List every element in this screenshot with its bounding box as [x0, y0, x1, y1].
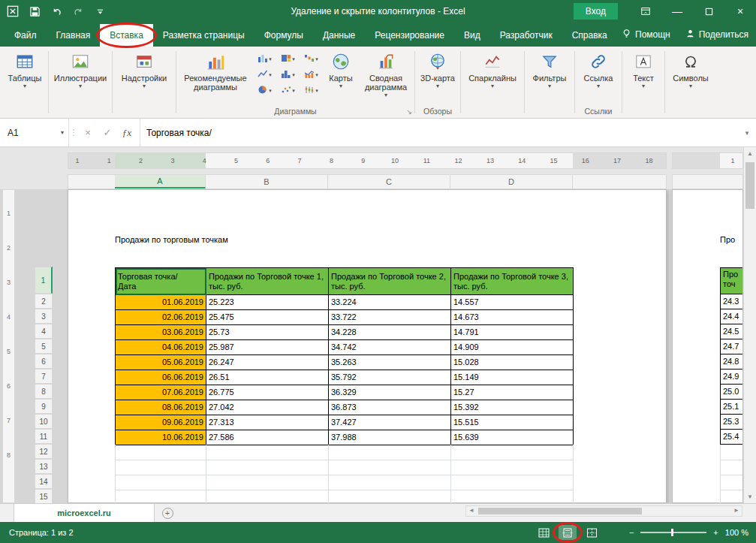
sheet-tab-microexcel[interactable]: microexcel.ru	[14, 504, 155, 522]
page2-value-cell[interactable]: 24.9	[720, 370, 742, 385]
value-cell[interactable]: 25.475	[206, 310, 329, 325]
tab-review[interactable]: Рецензирование	[365, 24, 454, 47]
addins-button[interactable]: Надстройки▾	[114, 47, 174, 106]
date-cell[interactable]: 06.06.2019	[116, 370, 206, 385]
scroll-left-icon[interactable]: ◄	[468, 507, 474, 514]
column-header-C[interactable]: C	[328, 175, 450, 189]
map-3d-button[interactable]: 3D-карта▾	[417, 47, 459, 106]
row-header-15[interactable]: 15	[35, 489, 53, 503]
pivot-chart-button[interactable]: Сводная диаграмма▾	[359, 47, 413, 106]
page2-value-cell[interactable]: 24.4	[720, 309, 742, 324]
row-header-3[interactable]: 3	[35, 309, 53, 324]
name-box[interactable]: A1 ▾	[0, 119, 69, 146]
value-cell[interactable]: 14.791	[451, 325, 574, 340]
stock-chart-button[interactable]: ▾	[300, 83, 323, 98]
cell-A1-selected[interactable]: Торговая точка/ Дата	[116, 268, 206, 295]
date-cell[interactable]: 10.06.2019	[116, 430, 206, 445]
value-cell[interactable]: 35.792	[329, 370, 451, 385]
tab-home[interactable]: Главная	[47, 24, 101, 47]
value-cell[interactable]: 37.988	[329, 430, 451, 445]
date-cell[interactable]: 05.06.2019	[116, 355, 206, 370]
tell-me-box[interactable]: Помощн	[622, 29, 670, 41]
page2-value-cell[interactable]: 24.5	[720, 324, 742, 339]
line-chart-button[interactable]: ▾	[253, 67, 276, 83]
page-break-view-button[interactable]	[583, 525, 601, 540]
date-cell[interactable]: 08.06.2019	[116, 400, 206, 415]
page-layout-view-button[interactable]	[559, 525, 577, 540]
value-cell[interactable]: 14.909	[451, 340, 574, 355]
date-cell[interactable]: 02.06.2019	[116, 310, 206, 325]
row-header-8[interactable]: 8	[35, 384, 53, 399]
scroll-up-icon[interactable]: ▲	[744, 150, 756, 157]
value-cell[interactable]: 26.51	[206, 370, 329, 385]
text-button[interactable]: Текст▾	[624, 47, 663, 106]
column-chart-button[interactable]: ▾	[253, 51, 276, 67]
value-cell[interactable]: 25.73	[206, 325, 329, 340]
value-cell[interactable]: 33.722	[329, 310, 451, 325]
header-cell-B1[interactable]: Продажи по Торговой точке 1, тыс. руб.	[206, 268, 329, 295]
share-button[interactable]: Поделиться	[685, 29, 748, 41]
tab-developer[interactable]: Разработчик	[490, 24, 562, 47]
waterfall-chart-button[interactable]: ▾	[300, 51, 323, 67]
page-header-text[interactable]: Продажи по торговым точкам	[115, 235, 228, 244]
value-cell[interactable]: 27.042	[206, 400, 329, 415]
scroll-right-icon[interactable]: ►	[733, 507, 739, 514]
row-header-4[interactable]: 4	[35, 324, 53, 339]
page2-value-cell[interactable]: 25.0	[720, 385, 742, 400]
value-cell[interactable]: 25.223	[206, 295, 329, 310]
histogram-chart-button[interactable]: ▾	[276, 67, 300, 83]
page2-value-cell[interactable]: 24.7	[720, 339, 742, 354]
value-cell[interactable]: 27.586	[206, 430, 329, 445]
add-sheet-button[interactable]: +	[155, 504, 180, 522]
tab-view[interactable]: Вид	[454, 24, 490, 47]
maps-button[interactable]: Карты▾	[323, 47, 359, 106]
value-cell[interactable]: 15.515	[451, 415, 574, 430]
page2-header-cell[interactable]: Про точ	[720, 267, 742, 294]
minimize-icon[interactable]: —	[661, 0, 693, 23]
value-cell[interactable]: 15.028	[451, 355, 574, 370]
symbols-button[interactable]: Символы▾	[667, 47, 715, 106]
value-cell[interactable]: 27.313	[206, 415, 329, 430]
vertical-scroll-thumb[interactable]	[745, 162, 754, 209]
recommended-charts-button[interactable]: Рекомендуемые диаграммы	[178, 47, 253, 106]
value-cell[interactable]: 26.775	[206, 385, 329, 400]
ribbon-display-options-icon[interactable]	[630, 0, 661, 23]
value-cell[interactable]: 14.557	[451, 295, 574, 310]
row-header-9[interactable]: 9	[35, 399, 53, 414]
sparklines-button[interactable]: Спарклайны▾	[462, 47, 523, 106]
tab-formulas[interactable]: Формулы	[255, 24, 313, 47]
row-header-14[interactable]: 14	[35, 474, 53, 489]
tab-file[interactable]: Файл	[5, 24, 47, 47]
tab-insert[interactable]: Вставка	[100, 24, 153, 47]
link-button[interactable]: Ссылка▾	[577, 47, 620, 106]
scatter-chart-button[interactable]: ▾	[276, 83, 300, 98]
value-cell[interactable]: 37.427	[329, 415, 451, 430]
combo-chart-button[interactable]: ▾	[300, 67, 323, 83]
value-cell[interactable]: 36.873	[329, 400, 451, 415]
date-cell[interactable]: 09.06.2019	[116, 415, 206, 430]
value-cell[interactable]: 34.742	[329, 340, 451, 355]
zoom-slider[interactable]	[640, 532, 706, 533]
insert-function-icon[interactable]: ƒx	[117, 127, 137, 139]
zoom-in-icon[interactable]: +	[713, 528, 718, 537]
undo-icon[interactable]	[50, 5, 63, 18]
value-cell[interactable]: 33.224	[329, 295, 451, 310]
dialog-launcher-icon[interactable]: ↘	[406, 107, 412, 117]
horizontal-scroll-thumb[interactable]	[478, 508, 642, 514]
date-cell[interactable]: 03.06.2019	[116, 325, 206, 340]
normal-view-button[interactable]	[535, 525, 553, 540]
header-cell-D1[interactable]: Продажи по Торговой точке 3, тыс. руб.	[451, 268, 574, 295]
page2-value-cell[interactable]: 24.8	[720, 354, 742, 370]
cancel-entry-icon[interactable]: ×	[78, 127, 98, 138]
close-icon[interactable]: ×	[724, 0, 756, 23]
zoom-slider-thumb[interactable]	[671, 529, 673, 536]
save-icon[interactable]	[28, 5, 41, 18]
value-cell[interactable]: 15.149	[451, 370, 574, 385]
confirm-entry-icon[interactable]: ✓	[98, 127, 117, 138]
row-header-5[interactable]: 5	[35, 339, 53, 354]
date-cell[interactable]: 01.06.2019	[116, 295, 206, 310]
value-cell[interactable]: 25.987	[206, 340, 329, 355]
tab-help[interactable]: Справка	[562, 24, 617, 47]
row-header-10[interactable]: 10	[35, 414, 53, 429]
column-header-B[interactable]: B	[206, 175, 328, 189]
